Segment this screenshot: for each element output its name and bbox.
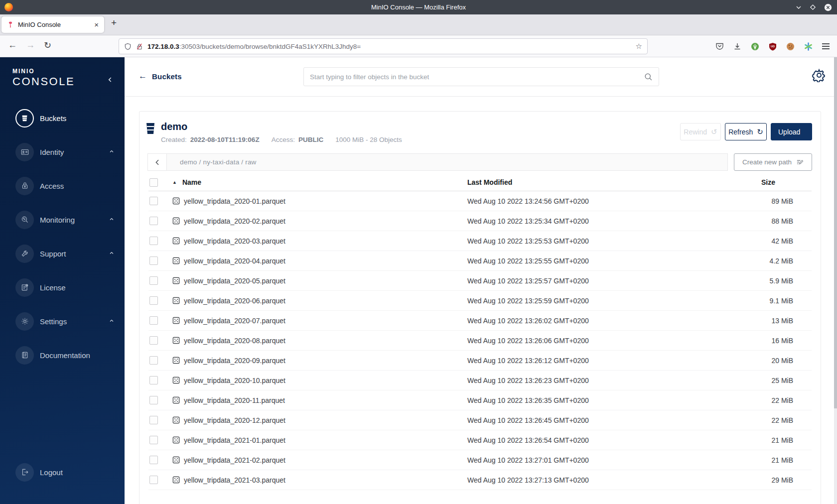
row-checkbox[interactable] <box>149 476 158 484</box>
table-row[interactable]: yellow_tripdata_2020-04.parquet Wed Aug … <box>148 251 812 271</box>
sidebar-item-access[interactable]: Access <box>0 169 125 203</box>
pocket-icon[interactable] <box>715 42 724 50</box>
bookmark-star-icon[interactable]: ☆ <box>636 42 642 51</box>
table-row[interactable]: yellow_tripdata_2020-12.parquet Wed Aug … <box>148 410 812 430</box>
object-name[interactable]: yellow_tripdata_2020-09.parquet <box>184 357 285 365</box>
table-row[interactable]: yellow_tripdata_2021-02.parquet Wed Aug … <box>148 450 812 470</box>
select-all-checkbox[interactable] <box>149 178 158 187</box>
nav-reload-icon[interactable]: ↻ <box>44 40 51 51</box>
object-name[interactable]: yellow_tripdata_2020-05.parquet <box>184 277 285 285</box>
row-checkbox[interactable] <box>149 237 158 245</box>
window-maximize-icon[interactable] <box>810 4 816 10</box>
sidebar-collapse-icon[interactable] <box>107 76 114 85</box>
row-checkbox[interactable] <box>149 256 158 265</box>
object-name[interactable]: yellow_tripdata_2020-12.parquet <box>184 416 285 424</box>
chevron-up-icon[interactable] <box>109 317 115 326</box>
row-checkbox[interactable] <box>149 316 158 325</box>
object-name[interactable]: yellow_tripdata_2021-03.parquet <box>184 476 285 484</box>
table-row[interactable]: yellow_tripdata_2020-11.parquet Wed Aug … <box>148 390 812 410</box>
chevron-up-icon[interactable] <box>109 215 115 224</box>
table-row[interactable]: yellow_tripdata_2021-01.parquet Wed Aug … <box>148 430 812 450</box>
column-header-modified[interactable]: Last Modified <box>467 178 758 186</box>
object-name[interactable]: yellow_tripdata_2021-01.parquet <box>184 436 285 444</box>
row-checkbox[interactable] <box>149 396 158 404</box>
object-name[interactable]: yellow_tripdata_2020-10.parquet <box>184 377 285 384</box>
extension-green-icon[interactable] <box>751 42 759 51</box>
url-bar[interactable]: 172.18.0.3:30503/buckets/demo/browse/bnk… <box>119 38 648 54</box>
insecure-lock-icon[interactable] <box>136 43 143 50</box>
row-checkbox[interactable] <box>149 416 158 424</box>
table-row[interactable]: yellow_tripdata_2020-03.parquet Wed Aug … <box>148 231 812 251</box>
column-header-name[interactable]: ▲ Name <box>172 178 467 186</box>
object-name[interactable]: yellow_tripdata_2020-04.parquet <box>184 257 285 265</box>
url-text[interactable]: 172.18.0.3:30503/buckets/demo/browse/bnk… <box>147 43 631 50</box>
refresh-button[interactable]: Refresh↻ <box>725 123 767 140</box>
row-checkbox[interactable] <box>149 356 158 365</box>
tab-close-icon[interactable]: × <box>93 20 100 29</box>
create-path-icon <box>796 158 804 166</box>
window-minimize-icon[interactable] <box>796 4 802 10</box>
table-row[interactable]: yellow_tripdata_2021-03.parquet Wed Aug … <box>148 470 812 490</box>
page-scrollbar[interactable] <box>834 57 837 504</box>
chevron-up-icon[interactable] <box>109 147 115 156</box>
cookie-icon[interactable] <box>786 42 795 51</box>
row-checkbox[interactable] <box>149 436 158 444</box>
sidebar-item-license[interactable]: License <box>0 270 125 304</box>
access-label: Access: <box>272 136 295 143</box>
column-header-size[interactable]: Size <box>758 178 812 186</box>
ublock-shield-icon[interactable]: UO <box>769 42 777 51</box>
sidebar-item-buckets[interactable]: Buckets <box>0 101 125 135</box>
object-name[interactable]: yellow_tripdata_2020-08.parquet <box>184 337 285 345</box>
upload-button[interactable]: Upload <box>771 123 812 140</box>
row-checkbox[interactable] <box>149 296 158 305</box>
table-row[interactable]: yellow_tripdata_2020-05.parquet Wed Aug … <box>148 271 812 291</box>
row-checkbox[interactable] <box>149 376 158 384</box>
tracking-shield-icon[interactable] <box>124 43 132 50</box>
path-back-button[interactable] <box>148 154 167 170</box>
row-checkbox[interactable] <box>149 217 158 225</box>
sidebar-item-monitoring[interactable]: Monitoring <box>0 203 125 237</box>
rewind-button[interactable]: Rewind↺ <box>680 123 721 140</box>
console-settings-gear-icon[interactable] <box>812 68 826 84</box>
object-name[interactable]: yellow_tripdata_2020-07.parquet <box>184 317 285 325</box>
object-name[interactable]: yellow_tripdata_2020-03.parquet <box>184 237 285 245</box>
object-name[interactable]: yellow_tripdata_2020-06.parquet <box>184 297 285 305</box>
sidebar-item-documentation[interactable]: Documentation <box>0 338 125 372</box>
table-row[interactable]: yellow_tripdata_2020-06.parquet Wed Aug … <box>148 291 812 311</box>
object-name[interactable]: yellow_tripdata_2020-02.parquet <box>184 217 285 225</box>
row-checkbox[interactable] <box>149 456 158 464</box>
row-checkbox[interactable] <box>149 276 158 285</box>
table-row[interactable]: yellow_tripdata_2020-02.parquet Wed Aug … <box>148 211 812 231</box>
nav-back-icon[interactable]: ← <box>8 40 17 50</box>
menu-hamburger-icon[interactable] <box>822 43 830 49</box>
page-scrollbar-thumb[interactable] <box>834 57 837 408</box>
object-name[interactable]: yellow_tripdata_2021-02.parquet <box>184 456 285 464</box>
create-new-path-button[interactable]: Create new path <box>734 153 812 171</box>
table-row[interactable]: yellow_tripdata_2020-09.parquet Wed Aug … <box>148 351 812 371</box>
downloads-icon[interactable] <box>733 42 741 50</box>
table-row[interactable]: yellow_tripdata_2020-08.parquet Wed Aug … <box>148 331 812 351</box>
object-size: 5.9 MiB <box>758 277 812 285</box>
row-checkbox[interactable] <box>149 336 158 345</box>
new-tab-button[interactable]: + <box>111 18 117 27</box>
sidebar-item-settings[interactable]: Settings <box>0 304 125 338</box>
chevron-up-icon[interactable] <box>109 249 115 258</box>
object-name[interactable]: yellow_tripdata_2020-01.parquet <box>184 197 285 205</box>
row-checkbox[interactable] <box>149 197 158 205</box>
window-close-icon[interactable] <box>824 3 832 11</box>
object-filter-input[interactable] <box>310 73 644 81</box>
object-name[interactable]: yellow_tripdata_2020-11.parquet <box>184 396 285 404</box>
breadcrumb[interactable]: demo / ny-taxi-data / raw <box>167 158 257 166</box>
table-row[interactable]: yellow_tripdata_2020-07.parquet Wed Aug … <box>148 311 812 331</box>
table-row[interactable]: yellow_tripdata_2020-01.parquet Wed Aug … <box>148 191 812 211</box>
parquet-file-icon <box>172 277 180 284</box>
sidebar-item-identity[interactable]: Identity <box>0 135 125 169</box>
nav-forward-icon[interactable]: → <box>26 40 35 50</box>
sidebar-item-support[interactable]: Support <box>0 237 125 270</box>
back-to-buckets[interactable]: ← Buckets <box>139 71 182 81</box>
table-row[interactable]: yellow_tripdata_2020-10.parquet Wed Aug … <box>148 371 812 390</box>
asterisk-extension-icon[interactable] <box>804 42 813 51</box>
sidebar-item-logout[interactable]: Logout <box>0 455 125 489</box>
tab-minio-console[interactable]: MinIO Console × <box>1 16 104 33</box>
minio-logo-bottom: CONSOLE <box>12 76 75 87</box>
